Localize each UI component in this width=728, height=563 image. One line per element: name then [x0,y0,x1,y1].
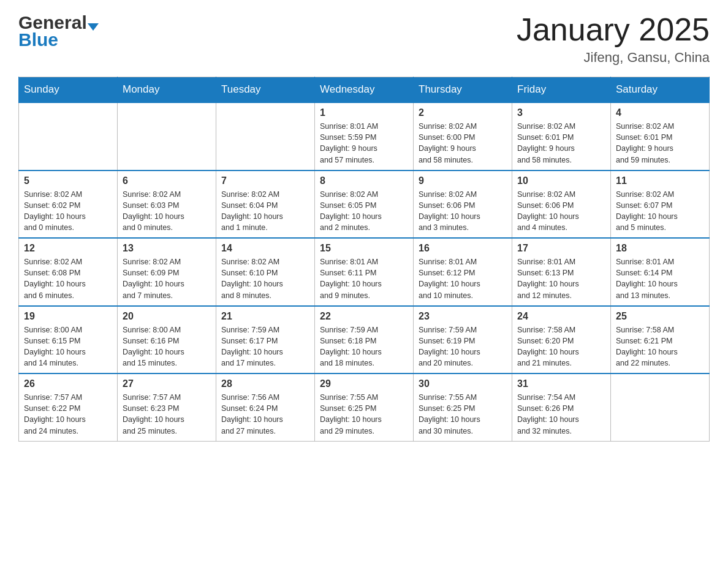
day-number: 27 [123,378,211,389]
day-info: Sunrise: 8:02 AMSunset: 6:01 PMDaylight:… [616,121,704,166]
calendar-week-2: 5Sunrise: 8:02 AMSunset: 6:02 PMDaylight… [19,170,710,239]
day-info: Sunrise: 8:02 AMSunset: 6:02 PMDaylight:… [24,189,112,234]
day-info: Sunrise: 8:01 AMSunset: 6:11 PMDaylight:… [320,256,408,301]
calendar-cell: 7Sunrise: 8:02 AMSunset: 6:04 PMDaylight… [216,170,315,239]
day-info: Sunrise: 7:59 AMSunset: 6:19 PMDaylight:… [419,324,507,369]
day-number: 28 [221,378,309,389]
day-number: 5 [24,175,112,186]
calendar-cell: 21Sunrise: 7:59 AMSunset: 6:17 PMDayligh… [216,306,315,374]
logo-blue-label: Blue [18,29,58,50]
day-number: 21 [221,311,309,322]
day-info: Sunrise: 7:59 AMSunset: 6:17 PMDaylight:… [221,324,309,369]
calendar-cell [611,373,710,441]
day-info: Sunrise: 7:55 AMSunset: 6:25 PMDaylight:… [320,392,408,437]
calendar-cell: 2Sunrise: 8:02 AMSunset: 6:00 PMDaylight… [414,102,512,170]
day-number: 30 [419,378,507,389]
day-info: Sunrise: 8:02 AMSunset: 6:06 PMDaylight:… [419,189,507,234]
day-number: 23 [419,311,507,322]
day-number: 19 [24,311,112,322]
day-number: 31 [517,378,605,389]
day-info: Sunrise: 7:59 AMSunset: 6:18 PMDaylight:… [320,324,408,369]
header-friday: Friday [512,77,611,103]
day-info: Sunrise: 8:02 AMSunset: 6:09 PMDaylight:… [123,256,211,301]
calendar-cell: 28Sunrise: 7:56 AMSunset: 6:24 PMDayligh… [216,373,315,441]
calendar-cell: 27Sunrise: 7:57 AMSunset: 6:23 PMDayligh… [118,373,216,441]
day-info: Sunrise: 8:02 AMSunset: 6:04 PMDaylight:… [221,189,309,234]
calendar-cell: 25Sunrise: 7:58 AMSunset: 6:21 PMDayligh… [611,306,710,374]
header-wednesday: Wednesday [315,77,414,103]
day-info: Sunrise: 7:58 AMSunset: 6:21 PMDaylight:… [616,324,704,369]
header-thursday: Thursday [414,77,512,103]
calendar-cell: 26Sunrise: 7:57 AMSunset: 6:22 PMDayligh… [19,373,118,441]
calendar-cell: 15Sunrise: 8:01 AMSunset: 6:11 PMDayligh… [315,238,414,306]
title-block: January 2025 Jifeng, Gansu, China [517,12,710,66]
day-number: 20 [123,311,211,322]
day-number: 15 [320,243,408,254]
day-number: 24 [517,311,605,322]
day-number: 1 [320,107,408,118]
header-tuesday: Tuesday [216,77,315,103]
day-number: 12 [24,243,112,254]
calendar-cell: 22Sunrise: 7:59 AMSunset: 6:18 PMDayligh… [315,306,414,374]
day-number: 25 [616,311,704,322]
day-number: 16 [419,243,507,254]
day-info: Sunrise: 8:01 AMSunset: 6:14 PMDaylight:… [616,256,704,301]
header-monday: Monday [118,77,216,103]
day-info: Sunrise: 8:02 AMSunset: 6:07 PMDaylight:… [616,189,704,234]
day-number: 3 [517,107,605,118]
day-info: Sunrise: 8:01 AMSunset: 6:13 PMDaylight:… [517,256,605,301]
day-number: 26 [24,378,112,389]
month-year-title: January 2025 [517,12,710,47]
calendar-week-1: 1Sunrise: 8:01 AMSunset: 5:59 PMDaylight… [19,102,710,170]
calendar-cell: 6Sunrise: 8:02 AMSunset: 6:03 PMDaylight… [118,170,216,239]
day-number: 10 [517,175,605,186]
calendar-cell: 12Sunrise: 8:02 AMSunset: 6:08 PMDayligh… [19,238,118,306]
calendar-cell [19,102,118,170]
calendar-cell: 29Sunrise: 7:55 AMSunset: 6:25 PMDayligh… [315,373,414,441]
calendar-cell: 1Sunrise: 8:01 AMSunset: 5:59 PMDaylight… [315,102,414,170]
day-info: Sunrise: 8:02 AMSunset: 6:03 PMDaylight:… [123,189,211,234]
day-info: Sunrise: 7:54 AMSunset: 6:26 PMDaylight:… [517,392,605,437]
calendar-cell: 14Sunrise: 8:02 AMSunset: 6:10 PMDayligh… [216,238,315,306]
calendar-cell [118,102,216,170]
page-header: General Blue January 2025 Jifeng, Gansu,… [18,12,710,66]
day-info: Sunrise: 7:57 AMSunset: 6:22 PMDaylight:… [24,392,112,437]
calendar-cell [216,102,315,170]
day-info: Sunrise: 8:02 AMSunset: 6:06 PMDaylight:… [517,189,605,234]
day-number: 6 [123,175,211,186]
calendar-header-row: SundayMondayTuesdayWednesdayThursdayFrid… [19,77,710,103]
day-info: Sunrise: 8:02 AMSunset: 6:05 PMDaylight:… [320,189,408,234]
day-info: Sunrise: 8:02 AMSunset: 6:08 PMDaylight:… [24,256,112,301]
calendar-week-5: 26Sunrise: 7:57 AMSunset: 6:22 PMDayligh… [19,373,710,441]
day-number: 14 [221,243,309,254]
day-info: Sunrise: 7:58 AMSunset: 6:20 PMDaylight:… [517,324,605,369]
day-info: Sunrise: 7:55 AMSunset: 6:25 PMDaylight:… [419,392,507,437]
calendar-week-4: 19Sunrise: 8:00 AMSunset: 6:15 PMDayligh… [19,306,710,374]
calendar-cell: 8Sunrise: 8:02 AMSunset: 6:05 PMDaylight… [315,170,414,239]
day-number: 7 [221,175,309,186]
calendar-cell: 5Sunrise: 8:02 AMSunset: 6:02 PMDaylight… [19,170,118,239]
calendar-cell: 11Sunrise: 8:02 AMSunset: 6:07 PMDayligh… [611,170,710,239]
calendar-cell: 3Sunrise: 8:02 AMSunset: 6:01 PMDaylight… [512,102,611,170]
day-number: 22 [320,311,408,322]
day-number: 8 [320,175,408,186]
day-info: Sunrise: 8:01 AMSunset: 5:59 PMDaylight:… [320,121,408,166]
day-number: 17 [517,243,605,254]
day-number: 11 [616,175,704,186]
day-number: 13 [123,243,211,254]
header-sunday: Sunday [19,77,118,103]
day-info: Sunrise: 8:02 AMSunset: 6:10 PMDaylight:… [221,256,309,301]
logo-arrow-icon [88,23,99,31]
day-number: 2 [419,107,507,118]
day-info: Sunrise: 8:00 AMSunset: 6:15 PMDaylight:… [24,324,112,369]
calendar-cell: 19Sunrise: 8:00 AMSunset: 6:15 PMDayligh… [19,306,118,374]
calendar-cell: 23Sunrise: 7:59 AMSunset: 6:19 PMDayligh… [414,306,512,374]
day-info: Sunrise: 8:02 AMSunset: 6:00 PMDaylight:… [419,121,507,166]
day-info: Sunrise: 8:00 AMSunset: 6:16 PMDaylight:… [123,324,211,369]
logo: General Blue [18,12,99,50]
calendar-cell: 20Sunrise: 8:00 AMSunset: 6:16 PMDayligh… [118,306,216,374]
calendar-cell: 10Sunrise: 8:02 AMSunset: 6:06 PMDayligh… [512,170,611,239]
day-info: Sunrise: 7:57 AMSunset: 6:23 PMDaylight:… [123,392,211,437]
day-info: Sunrise: 8:01 AMSunset: 6:12 PMDaylight:… [419,256,507,301]
location-subtitle: Jifeng, Gansu, China [517,50,710,66]
